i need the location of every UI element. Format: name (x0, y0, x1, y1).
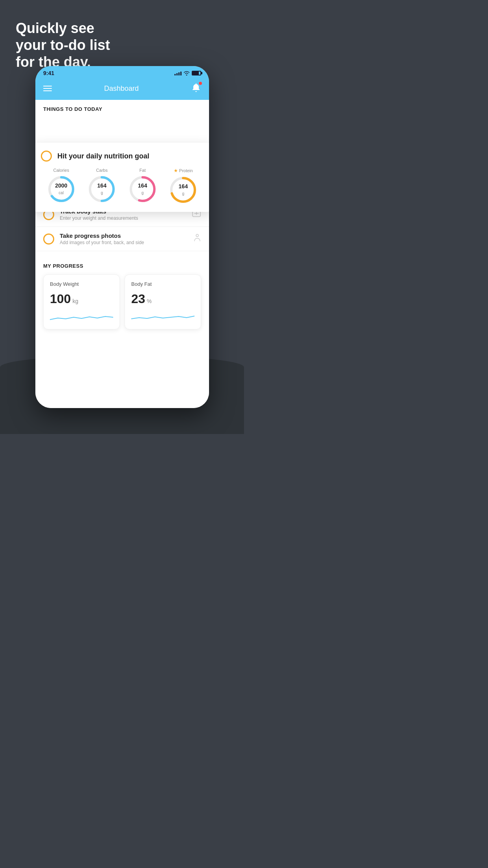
wifi-icon (183, 71, 190, 75)
body-fat-title: Body Fat (131, 281, 194, 287)
protein-label: Protein (179, 168, 193, 173)
carbs-label: Carbs (96, 168, 108, 173)
things-to-do-section: THINGS TO DO TODAY (35, 100, 209, 115)
calories-value: 2000 (55, 183, 67, 189)
phone-frame: 9:41 Dashboard (35, 66, 209, 408)
things-section-title: THINGS TO DO TODAY (43, 106, 201, 112)
hero-line2: your to-do list (16, 37, 110, 53)
photos-title: Take progress photos (60, 232, 188, 239)
protein-value: 164 (179, 184, 188, 189)
status-time: 9:41 (43, 70, 54, 76)
body-fat-value: 23 (131, 292, 145, 306)
battery-icon (192, 71, 201, 75)
body-weight-title: Body Weight (50, 281, 113, 287)
status-bar: 9:41 (35, 66, 209, 79)
photos-subtitle: Add images of your front, back, and side (60, 240, 188, 245)
fat-label: Fat (139, 168, 146, 173)
photos-checkbox[interactable] (43, 234, 54, 245)
status-icons (174, 71, 201, 75)
calories-label: Calories (53, 168, 69, 173)
carbs-ring-item: Carbs 164 g (88, 168, 116, 203)
svg-point-10 (196, 234, 198, 237)
person-icon (193, 234, 201, 244)
body-fat-unit: % (147, 298, 152, 304)
protein-label-wrap: ★ Protein (174, 168, 193, 173)
hero-line1: Quickly see (16, 20, 110, 37)
hero-text: Quickly see your to-do list for the day. (16, 20, 110, 71)
app-header: Dashboard (35, 79, 209, 100)
notification-dot (199, 82, 202, 85)
protein-star-icon: ★ (174, 168, 178, 173)
notification-button[interactable] (191, 83, 201, 94)
body-stats-subtitle: Enter your weight and measurements (60, 215, 186, 221)
fat-unit: g (141, 191, 144, 195)
progress-section-title: MY PROGRESS (43, 263, 201, 269)
fat-value: 164 (138, 183, 147, 189)
body-weight-chart (50, 311, 113, 323)
body-weight-value: 100 (50, 292, 71, 306)
calories-unit: cal (59, 191, 64, 195)
signal-icon (174, 71, 182, 75)
phone-content: THINGS TO DO TODAY Hit your daily nutrit… (35, 100, 209, 408)
header-title: Dashboard (104, 85, 139, 93)
fat-ring-item: Fat 164 g (128, 168, 157, 203)
protein-unit: g (182, 191, 184, 196)
todo-item-photos[interactable]: Take progress photos Add images of your … (35, 227, 209, 251)
nutrition-checkbox[interactable] (41, 151, 52, 162)
nutrition-rings: Calories 2000 cal (41, 168, 204, 204)
carbs-unit: g (101, 191, 103, 195)
menu-button[interactable] (43, 86, 52, 91)
body-weight-unit: kg (72, 298, 78, 304)
nutrition-card-title: Hit your daily nutrition goal (57, 152, 149, 160)
body-weight-card[interactable]: Body Weight 100 kg (43, 274, 120, 329)
body-fat-chart (131, 311, 194, 323)
progress-cards: Body Weight 100 kg Body Fat 23 (43, 274, 201, 329)
carbs-value: 164 (97, 183, 106, 189)
protein-ring-item: ★ Protein 164 g (169, 168, 197, 204)
body-fat-card[interactable]: Body Fat 23 % (125, 274, 201, 329)
calories-ring-item: Calories 2000 cal (47, 168, 75, 203)
nutrition-card[interactable]: Hit your daily nutrition goal Calories (35, 143, 209, 212)
progress-section: MY PROGRESS Body Weight 100 kg (35, 255, 209, 333)
